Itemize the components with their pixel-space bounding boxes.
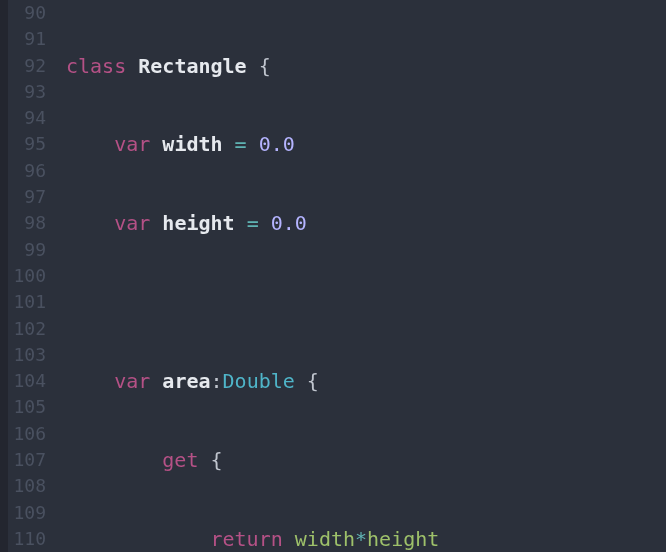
line-number: 98 <box>8 210 46 236</box>
code-line[interactable]: class Rectangle { <box>66 53 666 79</box>
line-number: 109 <box>8 500 46 526</box>
code-area[interactable]: class Rectangle { var width = 0.0 var he… <box>52 0 666 552</box>
code-line[interactable]: get { <box>66 447 666 473</box>
code-line[interactable]: var width = 0.0 <box>66 131 666 157</box>
line-number: 93 <box>8 79 46 105</box>
line-number: 91 <box>8 26 46 52</box>
line-number: 102 <box>8 316 46 342</box>
code-editor[interactable]: 90 91 92 93 94 95 96 97 98 99 100 101 10… <box>0 0 666 552</box>
line-number: 110 <box>8 526 46 552</box>
line-number: 101 <box>8 289 46 315</box>
line-number: 92 <box>8 53 46 79</box>
code-line[interactable]: var area:Double { <box>66 368 666 394</box>
line-number: 105 <box>8 394 46 420</box>
line-number: 95 <box>8 131 46 157</box>
line-number: 103 <box>8 342 46 368</box>
line-number: 104 <box>8 368 46 394</box>
line-number: 99 <box>8 237 46 263</box>
line-number: 94 <box>8 105 46 131</box>
line-number: 107 <box>8 447 46 473</box>
code-line[interactable] <box>66 289 666 315</box>
code-line[interactable]: return width*height <box>66 526 666 552</box>
line-number: 108 <box>8 473 46 499</box>
line-number: 100 <box>8 263 46 289</box>
line-number: 96 <box>8 158 46 184</box>
minimap-stripe <box>0 0 8 552</box>
line-number: 106 <box>8 421 46 447</box>
line-number: 90 <box>8 0 46 26</box>
line-number: 97 <box>8 184 46 210</box>
code-line[interactable]: var height = 0.0 <box>66 210 666 236</box>
line-number-gutter: 90 91 92 93 94 95 96 97 98 99 100 101 10… <box>8 0 52 552</box>
